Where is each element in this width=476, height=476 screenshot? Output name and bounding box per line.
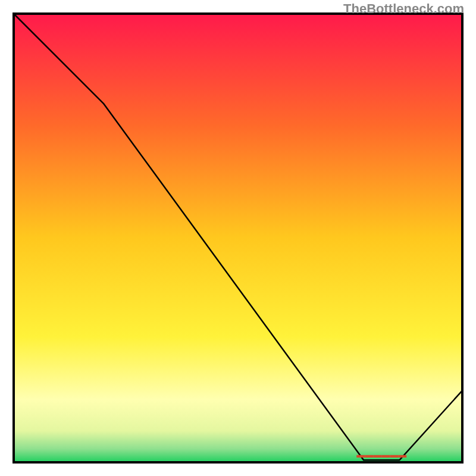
- optimal-zone-label: ▬▬▬▬▬▬: [356, 450, 406, 459]
- watermark-text: TheBottleneck.com: [343, 1, 464, 17]
- chart-container: TheBottleneck.com ▬▬▬▬▬▬: [0, 0, 476, 476]
- bottleneck-chart: ▬▬▬▬▬▬: [0, 0, 476, 476]
